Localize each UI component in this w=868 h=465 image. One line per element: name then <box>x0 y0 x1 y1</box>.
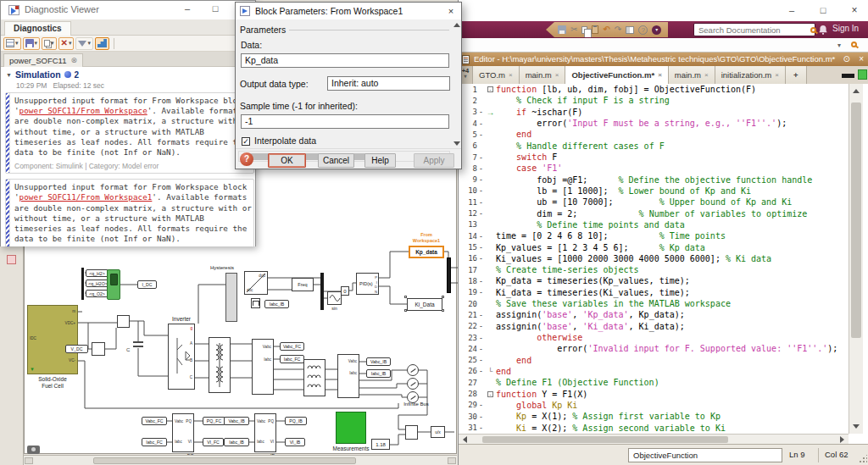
sum-block-1[interactable] <box>117 315 130 328</box>
signal-label-q-o2[interactable]: <q_O2> <box>86 290 108 297</box>
code-line-24[interactable]: 24- error('Invalid input for F. Supporte… <box>459 343 849 354</box>
editor-tab-main-m[interactable]: main.m× <box>669 66 715 84</box>
signal-bus-bar[interactable] <box>81 268 84 300</box>
scroll-thumb[interactable] <box>482 436 728 443</box>
line-number[interactable]: 12 <box>459 209 477 218</box>
block-path-link[interactable]: power_SOFC11/From Workspace1 <box>19 192 153 202</box>
code-line-1[interactable]: 1-function [lb, ub, dim, fobj] = Objecti… <box>459 84 849 95</box>
scroll-up-icon[interactable] <box>453 23 460 27</box>
tab-close-icon[interactable]: × <box>658 71 662 79</box>
from-tag-vabc-ib[interactable]: Vabc_IB <box>224 417 249 425</box>
line-number[interactable]: 15 <box>459 243 477 252</box>
maximize-icon[interactable]: □ <box>203 2 228 16</box>
fold-marker-icon[interactable]: - <box>485 86 496 92</box>
ki-data-block[interactable]: Ki_Data <box>407 298 442 311</box>
line-number[interactable]: 29 <box>459 401 477 409</box>
search-icon[interactable] <box>810 27 816 33</box>
code-line-5[interactable]: 5- end <box>459 129 849 140</box>
redo-icon[interactable]: ↷ <box>615 25 621 34</box>
layout-icon[interactable] <box>626 26 634 34</box>
cancel-button[interactable]: Cancel <box>318 153 354 168</box>
kp-data-block[interactable]: Kp_data <box>409 246 444 258</box>
code-line-11[interactable]: 11- ub = [10 7000]; % Upper bound of Kp … <box>459 197 849 208</box>
interpolate-checkbox[interactable]: ✓ <box>242 137 250 146</box>
code-line-14[interactable]: 14-time = [0 2 4 6 8 10]; % Time points <box>459 230 849 241</box>
code-line-6[interactable]: 6 % Handle different cases of F <box>459 141 849 152</box>
code-line-23[interactable]: 23- otherwise <box>459 332 849 343</box>
tab-close-icon[interactable]: × <box>775 71 779 79</box>
sum-block-2[interactable] <box>92 342 105 356</box>
code-line-20[interactable]: 20% Save these variables in the MATLAB w… <box>459 298 849 309</box>
freq-block[interactable]: Freq <box>292 278 314 291</box>
sine-wave-block[interactable] <box>327 291 342 305</box>
collapse-icon[interactable]: ▼ <box>6 72 12 78</box>
goto-tag-i-dc[interactable]: I_DC <box>137 280 157 289</box>
line-number[interactable]: 17 <box>459 266 477 274</box>
float-panel-icon[interactable]: ⊙ <box>843 53 850 66</box>
ac-source-a[interactable] <box>407 364 419 376</box>
line-number[interactable]: 9 <box>459 175 477 184</box>
ok-button[interactable]: OK <box>268 153 306 168</box>
mux-block[interactable] <box>320 273 324 310</box>
editor-tab-initialization-m[interactable]: initialization.m× <box>715 66 786 84</box>
dv-titlebar[interactable]: Diagnostic Viewer – □ <box>1 1 255 19</box>
line-number[interactable]: 13 <box>459 220 477 229</box>
find-icon[interactable] <box>851 42 857 47</box>
editor-tab-objectivefunction-m-[interactable]: ObjectiveFunction.m*× <box>565 66 668 84</box>
code-editor[interactable]: 1-function [lb, ub, dim, fobj] = Objecti… <box>459 84 849 434</box>
line-number[interactable]: 30 <box>459 412 477 421</box>
search-documentation-box[interactable] <box>693 23 815 36</box>
more-options-icon[interactable]: ▾ <box>652 25 661 35</box>
maximize-icon[interactable]: □ <box>810 3 836 18</box>
meas-fc-block[interactable]: Vabc PQ Iabc VI <box>172 413 194 452</box>
stage-view-button[interactable] <box>95 37 109 50</box>
minimize-icon[interactable]: – <box>779 3 804 18</box>
editor-tab-gto-m[interactable]: GTO.m× <box>473 66 520 84</box>
tab-close-icon[interactable]: ⊗ <box>70 54 77 67</box>
search-input[interactable] <box>694 25 810 35</box>
goto-tag-vi-ib[interactable]: VI_IB <box>285 438 305 446</box>
hysteresis-block[interactable] <box>225 273 237 322</box>
line-number[interactable]: 31 <box>459 423 477 432</box>
matlab-titlebar[interactable]: – □ × <box>459 0 868 21</box>
line-number[interactable]: 14 <box>459 232 477 241</box>
meas-ib-block[interactable]: Vabc PQ Iabc VI <box>254 413 276 452</box>
code-line-22[interactable]: 22-assignin('base', 'Ki_data', Ki_data); <box>459 321 849 332</box>
cut-icon[interactable]: ✂ <box>570 25 577 34</box>
line-number[interactable]: 10 <box>459 186 477 195</box>
code-line-3[interactable]: 3-→ if ~ischar(F) <box>459 107 849 118</box>
scroll-left-icon[interactable] <box>463 436 467 443</box>
sum-block-3[interactable] <box>405 425 418 440</box>
transformer-block[interactable] <box>209 337 231 393</box>
line-number[interactable]: 26 <box>459 367 477 375</box>
camera-icon[interactable] <box>27 446 40 454</box>
selection-handle[interactable] <box>442 309 444 312</box>
code-line-27[interactable]: 27% Define F1 (Objective Function) <box>459 377 849 388</box>
scope-block[interactable] <box>107 269 120 300</box>
tab-diagnostics[interactable]: Diagnostics <box>4 21 71 36</box>
line-number[interactable]: 23 <box>459 334 477 342</box>
code-line-16[interactable]: 16-Ki_values = [1000 2000 3000 4000 5000… <box>459 253 849 264</box>
goto-tag-iabc-ib[interactable]: Iabc_IB <box>366 369 391 378</box>
from-tag-iabc-ib[interactable]: Iabc_IB <box>264 300 289 308</box>
code-line-18[interactable]: 18-Kp_data = timeseries(Kp_values, time)… <box>459 275 849 286</box>
dropdown-icon[interactable]: ▾ <box>35 40 38 47</box>
code-line-12[interactable]: 12- dim = 2; % Number of variables to op… <box>459 208 849 219</box>
close-icon[interactable]: × <box>443 6 459 16</box>
line-number[interactable]: 27 <box>459 379 477 387</box>
tab-close-icon[interactable]: × <box>509 71 513 79</box>
goto-tag-pq-fc[interactable]: PQ_FC <box>203 417 225 425</box>
code-line-21[interactable]: 21-assignin('base', 'Kp_data', Kp_data); <box>459 309 849 320</box>
line-number[interactable]: 20 <box>459 300 477 308</box>
model-warning-badge-icon[interactable] <box>7 255 16 264</box>
math-block[interactable]: u/x <box>431 426 445 438</box>
three-phase-meas-2[interactable]: Vabc Iabc <box>337 354 359 398</box>
help-icon[interactable]: ? <box>240 152 253 166</box>
minimize-icon[interactable]: – <box>175 2 200 16</box>
sample-time-field[interactable]: -1 <box>241 114 449 129</box>
line-number[interactable]: 19 <box>459 288 477 296</box>
dialog-titlebar[interactable]: Block Parameters: From Workspace1 × <box>236 3 461 19</box>
selection-handle[interactable] <box>404 309 407 312</box>
close-panel-icon[interactable]: × <box>859 53 864 66</box>
scroll-left-icon[interactable] <box>25 457 33 464</box>
